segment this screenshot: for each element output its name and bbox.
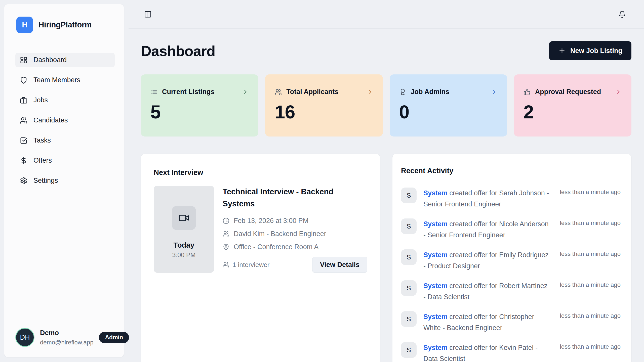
activity-item: S System created offer for Christopher W…: [401, 311, 621, 333]
sidebar-item-candidates[interactable]: Candidates: [15, 113, 115, 127]
plus-icon: [558, 47, 566, 55]
stat-value: 5: [150, 101, 249, 123]
users-icon: [223, 261, 229, 268]
user-email: demo@hireflow.app: [40, 339, 93, 346]
list-icon: [150, 88, 157, 96]
activity-actor[interactable]: System: [423, 189, 448, 197]
activity-avatar: S: [401, 249, 417, 265]
next-interview-panel: Next Interview Today 3:00 PM Technical I…: [141, 154, 380, 362]
interview-person: David Kim - Backend Engineer: [234, 230, 326, 238]
sidebar-item-dashboard[interactable]: Dashboard: [15, 53, 115, 67]
stat-card-total-applicants[interactable]: Total Applicants 16: [265, 74, 383, 137]
chevron-right-icon: [615, 88, 622, 95]
interview-footer: 1 interviewer View Details: [223, 257, 367, 273]
sidebar-item-offers[interactable]: Offers: [15, 153, 115, 168]
activity-text: System created offer for Robert Martinez…: [423, 280, 550, 302]
user-meta: Demo demo@hireflow.app: [40, 329, 93, 346]
activity-actor[interactable]: System: [423, 220, 448, 228]
video-chip: [172, 206, 196, 230]
activity-actor[interactable]: System: [423, 313, 448, 321]
activity-text: System created offer for Emily Rodriguez…: [423, 249, 550, 272]
activity-item: S System created offer for Robert Martin…: [401, 280, 621, 302]
activity-item: S System created offer for Kevin Patel -…: [401, 342, 621, 362]
sidebar-item-label: Dashboard: [33, 56, 67, 64]
activity-actor[interactable]: System: [423, 251, 448, 259]
sidebar-nav: Dashboard Team Members Jobs Candidates T…: [15, 53, 115, 194]
sidebar-item-tasks[interactable]: Tasks: [15, 133, 115, 148]
interview-job-title: Technical Interview - Backend Systems: [223, 186, 343, 210]
activity-item: S System created offer for Sarah Johnson…: [401, 188, 621, 210]
activity-timestamp: less than a minute ago: [560, 188, 621, 196]
recent-activity-title: Recent Activity: [401, 167, 621, 175]
sidebar-item-label: Team Members: [33, 76, 80, 84]
main-area: Dashboard New Job Listing Current Listin…: [129, 0, 644, 362]
view-details-button[interactable]: View Details: [312, 257, 367, 273]
stat-head: Job Admins: [399, 88, 498, 96]
new-job-listing-label: New Job Listing: [570, 47, 622, 55]
users-icon: [223, 231, 229, 237]
topbar: [129, 0, 644, 29]
stat-label: Current Listings: [162, 88, 215, 96]
check-square-icon: [20, 137, 27, 144]
brand-logo: H: [16, 17, 33, 33]
sidebar-item-jobs[interactable]: Jobs: [15, 93, 115, 107]
stat-value: 16: [275, 101, 373, 123]
gear-icon: [20, 177, 27, 185]
stat-label: Approval Requested: [535, 88, 601, 96]
brand-logo-letter: H: [22, 21, 27, 29]
sidebar-item-team-members[interactable]: Team Members: [15, 73, 115, 87]
activity-item: S System created offer for Nicole Anders…: [401, 218, 621, 241]
activity-timestamp: less than a minute ago: [560, 249, 621, 257]
activity-timestamp: less than a minute ago: [560, 280, 621, 288]
recent-activity-panel: Recent Activity S System created offer f…: [392, 154, 631, 362]
bell-icon[interactable]: [618, 11, 626, 18]
page-title: Dashboard: [141, 42, 215, 59]
content: Dashboard New Job Listing Current Listin…: [129, 41, 644, 362]
activity-item: S System created offer for Emily Rodrigu…: [401, 249, 621, 272]
interview-datetime-row: Feb 13, 2026 at 3:00 PM: [223, 217, 367, 225]
stat-label: Total Applicants: [286, 88, 338, 96]
sidebar-item-label: Offers: [33, 157, 52, 164]
thumbs-up-icon: [524, 88, 531, 96]
stat-card-current-listings[interactable]: Current Listings 5: [141, 74, 258, 137]
briefcase-icon: [20, 97, 27, 104]
dashboard-grid-icon: [20, 56, 27, 64]
activity-avatar: S: [401, 280, 417, 296]
stat-card-job-admins[interactable]: Job Admins 0: [390, 74, 507, 137]
award-icon: [399, 88, 406, 96]
role-badge: Admin: [99, 332, 129, 343]
interview-location: Office - Conference Room A: [234, 243, 318, 251]
interview-date-tile: Today 3:00 PM: [154, 186, 214, 273]
activity-timestamp: less than a minute ago: [560, 342, 621, 350]
dollar-icon: [20, 157, 27, 164]
stat-label: Job Admins: [411, 88, 450, 96]
stat-head: Total Applicants: [275, 88, 373, 96]
video-camera-icon: [178, 212, 189, 223]
interview-info: Technical Interview - Backend Systems Fe…: [223, 186, 367, 273]
stat-card-approval-requested[interactable]: Approval Requested 2: [514, 74, 631, 137]
interview-day: Today: [173, 241, 194, 249]
chevron-right-icon: [242, 88, 249, 95]
stat-head: Current Listings: [150, 88, 249, 96]
activity-actor[interactable]: System: [423, 282, 448, 290]
activity-timestamp: less than a minute ago: [560, 218, 621, 227]
chevron-right-icon: [491, 88, 498, 95]
sidebar-user[interactable]: DH Demo demo@hireflow.app Admin: [15, 328, 115, 347]
panel-left-icon[interactable]: [144, 11, 152, 18]
activity-actor[interactable]: System: [423, 344, 448, 351]
sidebar-item-settings[interactable]: Settings: [15, 173, 115, 188]
columns: Next Interview Today 3:00 PM Technical I…: [141, 154, 631, 362]
brand-title: HiringPlatform: [38, 20, 92, 29]
stat-value: 0: [399, 101, 498, 123]
new-job-listing-button[interactable]: New Job Listing: [549, 41, 631, 60]
stat-head: Approval Requested: [524, 88, 622, 96]
interviewer-count-label: 1 interviewer: [232, 261, 269, 269]
clock-icon: [223, 217, 229, 224]
avatar: DH: [15, 328, 34, 347]
users-icon: [275, 88, 282, 96]
interview-location-row: Office - Conference Room A: [223, 243, 367, 251]
sidebar-item-label: Tasks: [33, 137, 51, 144]
activity-text: System created offer for Kevin Patel - D…: [423, 342, 550, 362]
activity-text: System created offer for Nicole Anderson…: [423, 218, 550, 241]
sidebar-item-label: Jobs: [33, 96, 48, 104]
